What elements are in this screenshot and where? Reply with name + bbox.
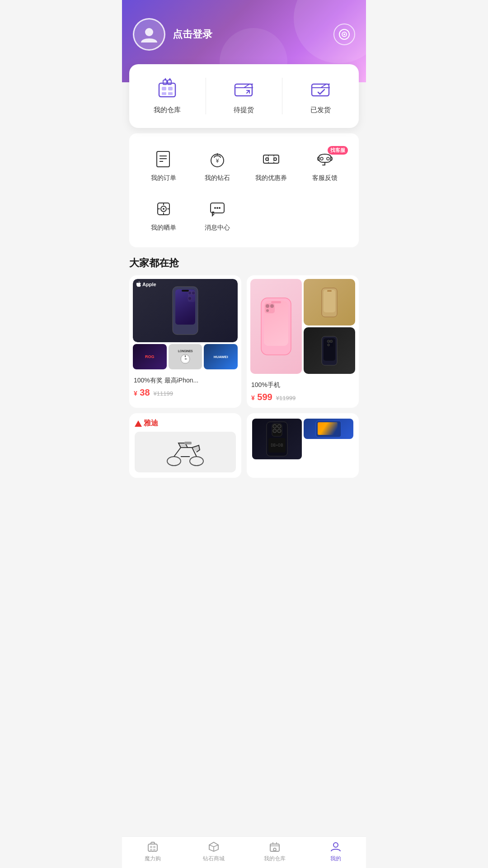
menu-item-coupon[interactable]: 我的优惠券 [244, 142, 298, 189]
bottom-product-grid: 雅迪 [122, 408, 366, 523]
action-card-pending[interactable]: 待提货 [206, 73, 282, 119]
product-card-2[interactable]: 100%手机 ¥ 599 ¥11999 [247, 275, 359, 408]
svg-point-24 [320, 157, 323, 160]
menu-item-order[interactable]: 我的订单 [136, 142, 190, 189]
sub-img-huawei: HUAWEI [204, 344, 238, 369]
menu-item-message[interactable]: 消息中心 [190, 192, 244, 238]
price-orig-2: ¥11999 [276, 395, 296, 401]
avatar[interactable] [133, 18, 165, 51]
svg-rect-77 [318, 422, 338, 435]
menu-item-service[interactable]: 找客服 客服反馈 [298, 142, 352, 189]
settings-button[interactable] [333, 24, 355, 45]
action-pending-label: 待提货 [234, 106, 254, 114]
product-name-2: 100%手机 [251, 381, 354, 389]
price-row-1: ¥ 38 ¥11199 [134, 387, 237, 398]
svg-point-30 [214, 207, 216, 209]
sub-img-longines: LONGINES [169, 344, 202, 369]
menu-message-label: 消息中心 [205, 224, 230, 232]
price-orig-1: ¥11199 [154, 390, 173, 397]
svg-text:DB•DB: DB•DB [271, 443, 283, 448]
svg-point-65 [190, 457, 203, 466]
price-main-1: ¥ 38 [134, 387, 150, 398]
menu-item-review[interactable]: 我的晒单 [136, 192, 190, 238]
sub-img-rog: ROG [133, 344, 167, 369]
login-text: 点击登录 [173, 28, 212, 41]
product-card-1[interactable]: Apple [129, 275, 241, 408]
product-name-1: 100%有奖 最高iPhon... [134, 377, 237, 385]
price-row-2: ¥ 599 ¥11999 [251, 392, 354, 402]
action-card-shipped[interactable]: 已发货 [282, 73, 359, 119]
product-info-2: 100%手机 ¥ 599 ¥11999 [247, 377, 359, 408]
sub-image-gold [304, 279, 355, 326]
svg-rect-6 [168, 80, 171, 85]
bottom-card-yadea-content: 雅迪 [129, 413, 241, 478]
svg-point-32 [219, 207, 221, 209]
svg-rect-4 [159, 83, 175, 97]
phones-images-grid: DB•DB [252, 419, 353, 459]
svg-rect-10 [168, 92, 173, 95]
product-info-1: 100%有奖 最高iPhon... ¥ 38 ¥11199 [129, 373, 241, 403]
svg-rect-66 [184, 442, 192, 444]
dark-phone-img: DB•DB [252, 419, 302, 459]
svg-point-28 [163, 208, 164, 210]
menu-service-label: 客服反馈 [312, 174, 338, 182]
svg-point-64 [167, 457, 181, 466]
svg-point-46 [185, 359, 186, 359]
svg-rect-41 [176, 326, 194, 333]
section-title-hot: 大家都在抢 [129, 256, 359, 270]
yadea-triangle-icon [135, 420, 142, 427]
action-card-warehouse[interactable]: 我的仓库 [129, 73, 206, 119]
menu-item-diamond[interactable]: ¥ 我的钻石 [190, 142, 244, 189]
action-shipped-label: 已发货 [310, 106, 331, 114]
main-product-image-1: Apple [133, 279, 238, 342]
product-images-2 [247, 275, 359, 377]
svg-point-72 [277, 429, 281, 433]
svg-rect-5 [163, 80, 167, 85]
action-cards-container: 我的仓库 待提货 已发货 [129, 64, 359, 128]
sub-image-black [304, 327, 355, 374]
svg-rect-9 [162, 92, 166, 95]
menu-review-label: 我的晒单 [151, 224, 176, 232]
svg-point-71 [273, 429, 277, 433]
svg-point-25 [327, 157, 329, 160]
svg-text:¥: ¥ [215, 158, 219, 164]
svg-rect-40 [182, 290, 189, 292]
svg-point-61 [327, 340, 330, 343]
yadea-brand-row: 雅迪 [135, 419, 236, 428]
yadea-product-image [135, 432, 236, 472]
svg-point-20 [266, 158, 268, 160]
sub-images-1: ROG LONGINES [133, 344, 238, 369]
menu-row-2: 我的晒单 消息中心 [136, 192, 352, 238]
menu-diamond-label: 我的钻石 [205, 174, 230, 182]
avatar-login-group[interactable]: 点击登录 [133, 18, 212, 51]
yadea-brand-text: 雅迪 [144, 419, 158, 428]
tablet-img [304, 419, 353, 439]
bottom-card-yadea[interactable]: 雅迪 [129, 413, 241, 478]
svg-point-2 [342, 32, 347, 37]
svg-rect-56 [324, 290, 335, 312]
menu-order-label: 我的订单 [151, 174, 176, 182]
svg-rect-57 [327, 290, 332, 292]
bottom-card-phones-content: DB•DB [247, 413, 359, 465]
svg-rect-54 [264, 301, 288, 346]
svg-point-69 [273, 425, 277, 428]
svg-rect-8 [168, 87, 173, 90]
menu-row-1: 我的订单 ¥ 我的钻石 我的优惠券 找客服 [136, 142, 352, 189]
svg-point-21 [274, 158, 277, 160]
svg-point-70 [277, 425, 281, 428]
menu-coupon-label: 我的优惠券 [255, 174, 287, 182]
main-product-image-2 [250, 279, 302, 374]
product-grid: Apple [122, 275, 366, 408]
bottom-card-phones[interactable]: DB•DB [247, 413, 359, 478]
svg-point-62 [330, 340, 333, 343]
svg-rect-11 [235, 84, 252, 96]
svg-point-3 [343, 33, 345, 35]
svg-rect-7 [162, 87, 166, 90]
svg-point-31 [216, 207, 218, 209]
menu-section: 我的订单 ¥ 我的钻石 我的优惠券 找客服 [129, 133, 359, 247]
action-warehouse-label: 我的仓库 [154, 106, 181, 114]
svg-point-0 [145, 28, 153, 36]
svg-rect-39 [175, 289, 195, 325]
svg-point-1 [339, 29, 349, 39]
svg-point-63 [328, 344, 330, 346]
